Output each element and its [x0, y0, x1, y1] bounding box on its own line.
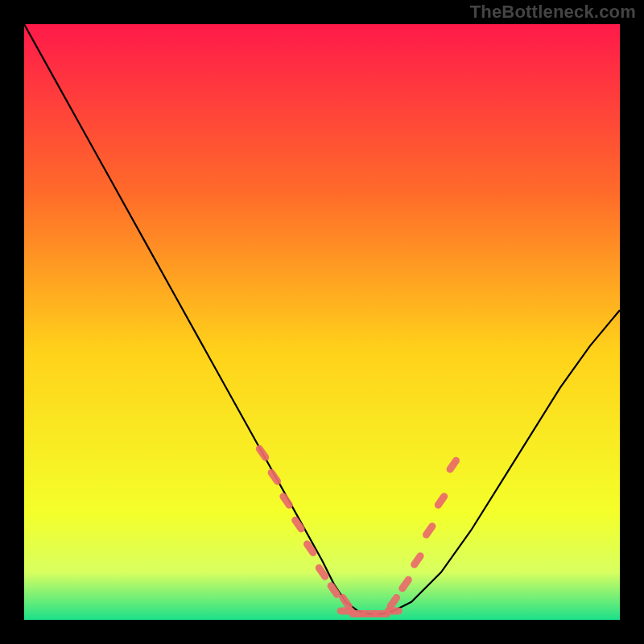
chart-frame: TheBottleneck.com [0, 0, 644, 644]
chart-svg [24, 24, 620, 620]
watermark-text: TheBottleneck.com [470, 2, 636, 23]
curve-marker [385, 607, 402, 614]
plot-area [24, 24, 620, 620]
gradient-background [24, 24, 620, 620]
